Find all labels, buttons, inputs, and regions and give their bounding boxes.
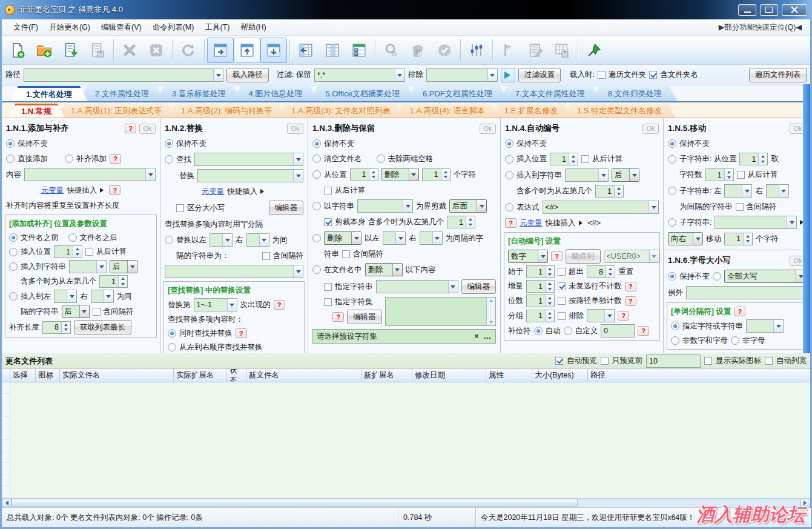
help-button[interactable]: ? — [638, 326, 649, 336]
preview-first-checkbox[interactable] — [601, 357, 609, 365]
find-combobox[interactable] — [194, 153, 303, 166]
count-spinner[interactable]: 1 — [422, 168, 451, 181]
menu-rename[interactable]: 开始更名(G) — [44, 21, 96, 35]
replace-between-radio[interactable] — [165, 236, 173, 244]
tab-file-attrs[interactable]: 2.文件属性处理 — [79, 86, 165, 101]
auto-pad-radio[interactable] — [534, 327, 543, 335]
pos-spinner[interactable]: 1 — [739, 153, 768, 165]
case-sensitive-checkbox[interactable] — [176, 204, 184, 212]
simultaneous-radio[interactable] — [168, 329, 176, 338]
confirm-check-button[interactable] — [431, 38, 458, 63]
include-folder-checkbox[interactable] — [649, 71, 657, 79]
substr-from-radio[interactable] — [668, 155, 676, 164]
horizontal-scrollbar[interactable] — [2, 498, 810, 507]
help-button[interactable]: ? — [625, 282, 636, 291]
column-move-left-button[interactable] — [292, 38, 319, 63]
help-button[interactable]: ? — [274, 300, 285, 310]
clear-name-radio[interactable] — [312, 155, 321, 163]
traverse-folders-checkbox[interactable] — [598, 71, 606, 79]
col-path[interactable]: 路径 — [588, 369, 810, 382]
flyout-arrow-icon[interactable] — [579, 221, 585, 225]
apply-filter-button[interactable] — [501, 68, 515, 82]
after-name-radio[interactable] — [68, 233, 77, 242]
ok-button[interactable]: Ok — [642, 124, 659, 134]
left-sep-combobox[interactable] — [383, 231, 406, 245]
path-combobox[interactable] — [24, 68, 223, 82]
insert-string-combobox[interactable] — [565, 168, 609, 182]
remove-all-button[interactable] — [143, 38, 170, 63]
help-button[interactable]: ? — [734, 307, 745, 316]
non-alnum-radio[interactable] — [671, 336, 679, 345]
exceed-spinner[interactable]: 8 — [587, 265, 615, 278]
flyout-arrow-icon[interactable] — [100, 188, 106, 193]
from-end-checkbox[interactable] — [324, 187, 332, 195]
assign-target-dropdown[interactable]: <USER0> — [604, 250, 659, 263]
subtab-mapping-list[interactable]: 1.A.高级(3): 文件名对照列表 — [278, 104, 403, 118]
preview-count-input[interactable]: 10 — [646, 354, 701, 368]
left-sep-combobox[interactable] — [210, 233, 233, 247]
delete-between-radio[interactable] — [312, 234, 321, 242]
get-longest-button[interactable]: 获取列表最长 — [74, 320, 131, 334]
right-sep-combobox[interactable] — [766, 184, 789, 198]
panel-bottom-toggle[interactable] — [260, 38, 287, 63]
charset-textarea[interactable] — [385, 297, 497, 326]
content-combobox[interactable] — [24, 168, 156, 181]
insert-pos-radio[interactable] — [9, 248, 18, 256]
insert-pos-spinner[interactable]: 1 — [54, 245, 82, 258]
help-button[interactable]: ? — [109, 185, 120, 195]
clear-preset-icon[interactable]: × — [474, 332, 478, 341]
tab-music-tags[interactable]: 3.音乐标签处理 — [156, 86, 242, 101]
nth-spinner[interactable]: 1 — [99, 275, 128, 288]
in-name-radio[interactable] — [312, 265, 321, 274]
flyout-arrow-icon[interactable] — [260, 189, 266, 194]
menu-file[interactable]: 文件(F) — [8, 21, 44, 35]
filter-settings-button[interactable]: 过滤设置 — [518, 68, 561, 82]
increment-spinner[interactable]: 1 — [526, 280, 555, 293]
check-list-button[interactable] — [346, 38, 372, 63]
help-button[interactable]: ? — [332, 312, 344, 322]
assign-to-button[interactable]: 赋值到 — [566, 249, 601, 264]
from-pos-radio[interactable] — [312, 170, 321, 179]
non-alpha-radio[interactable] — [731, 336, 739, 345]
custom-pad-input[interactable]: 0 — [601, 324, 635, 338]
insert-between-radio[interactable] — [9, 292, 18, 301]
panel-top-toggle[interactable] — [234, 38, 260, 63]
col-status[interactable]: 状态 — [227, 369, 246, 382]
charset-scrollbar[interactable] — [486, 298, 495, 325]
metavar-link[interactable]: 元变量 — [202, 187, 225, 197]
occurrence-combobox[interactable]: 1~-1 — [194, 298, 237, 311]
exclude-combobox[interactable] — [426, 68, 498, 82]
delete-selected-button[interactable] — [116, 38, 143, 63]
expression-combobox[interactable]: <#> — [543, 201, 659, 214]
left-sep-combobox[interactable] — [724, 184, 752, 198]
right-sep-combobox[interactable] — [246, 233, 269, 247]
nth-spinner[interactable]: 1 — [447, 216, 475, 228]
metavar-link[interactable]: 元变量 — [520, 218, 543, 228]
start-spinner[interactable]: 1 — [526, 265, 555, 278]
insert-string-combobox[interactable] — [69, 260, 107, 273]
help-button[interactable]: ? — [625, 296, 636, 306]
add-files-button[interactable] — [4, 38, 31, 63]
trim-spaces-radio[interactable] — [377, 155, 385, 163]
sliders-button[interactable] — [463, 38, 490, 63]
menu-command-list[interactable]: 命令列表(M) — [147, 21, 200, 35]
col-modified-date[interactable]: 修改日期 — [412, 369, 486, 382]
tab-office-summary[interactable]: 5.Office文档摘要处理 — [309, 86, 415, 101]
help-button[interactable]: ? — [505, 218, 517, 228]
subtab-regex[interactable]: 1.A.高级(1): 正则表达式等 — [58, 104, 175, 118]
insert-pos-radio[interactable] — [505, 155, 513, 164]
charset-checkbox[interactable] — [324, 298, 332, 306]
menu-tools[interactable]: 工具(T) — [199, 21, 235, 35]
subtab-extension[interactable]: 1.E.扩展名修改 — [491, 104, 571, 118]
by-string-radio[interactable] — [312, 202, 321, 210]
keep-radio[interactable] — [505, 139, 513, 148]
before-name-radio[interactable] — [9, 233, 18, 242]
substr-radio[interactable] — [668, 218, 676, 227]
help-button[interactable]: ? — [110, 154, 121, 164]
edit-log-button[interactable] — [522, 38, 549, 63]
ok-button[interactable]: Ok — [287, 124, 303, 134]
bound-string-combobox[interactable] — [357, 199, 413, 213]
exceed-checkbox[interactable] — [558, 268, 566, 276]
panel-scroll-strip[interactable] — [803, 84, 810, 353]
close-button[interactable] — [782, 4, 807, 16]
